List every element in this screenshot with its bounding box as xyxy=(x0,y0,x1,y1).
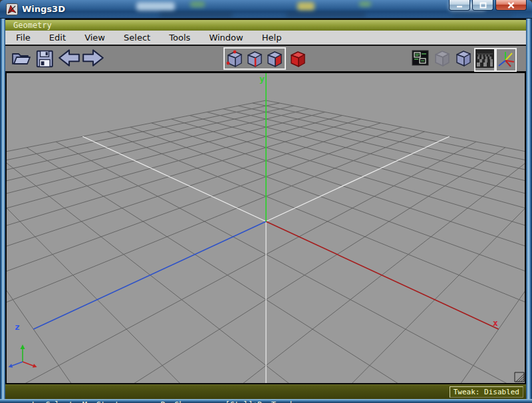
axes-icon xyxy=(497,49,515,68)
edge-select-button cube-edge-icon[interactable] xyxy=(245,49,264,68)
desktop-blur-decoration xyxy=(136,2,175,11)
window-frame-right xyxy=(526,19,532,403)
window-controls xyxy=(449,0,527,11)
show-groundplane-toggle[interactable] xyxy=(474,48,495,72)
back-button left-arrow-icon[interactable] xyxy=(57,49,81,67)
wings3d-window: Wings3D Geometry File Edit View Select T… xyxy=(0,0,532,403)
axis-label-z: z xyxy=(15,322,20,332)
axis-label-y: y xyxy=(259,74,265,84)
desktop-blur-decoration xyxy=(286,13,366,17)
vertex-select-button cube-vertex-icon[interactable] xyxy=(225,49,244,68)
window-title: Wings3D xyxy=(22,0,65,18)
orientation-gizmo xyxy=(9,344,37,368)
show-axes-toggle[interactable] xyxy=(495,48,517,72)
geometry-graph-button dialog-icon[interactable] xyxy=(411,49,430,67)
resize-grip[interactable] xyxy=(515,372,524,382)
save-button floppy-icon[interactable] xyxy=(35,49,55,68)
flat-shading-button wire-cube-icon[interactable] xyxy=(454,49,473,67)
face-select-button cube-face-icon[interactable] xyxy=(265,49,284,68)
menu-item-file[interactable]: File xyxy=(15,31,32,45)
selection-mode-group xyxy=(223,47,286,70)
desktop-blur-decoration xyxy=(160,13,233,17)
tweak-status-badge: Tweak: Disabled xyxy=(450,386,523,398)
menu-item-tools[interactable]: Tools xyxy=(168,31,192,45)
smooth-shading-button smooth-cube-icon[interactable] xyxy=(433,49,452,67)
body-select-button cube-body-icon[interactable] xyxy=(289,49,307,68)
geometry-header: Geometry xyxy=(5,19,526,31)
axis-label-x: x xyxy=(493,318,498,328)
toolbar xyxy=(5,46,526,73)
viewport-grid: xzy xyxy=(7,73,525,383)
desktop-blur-decoration xyxy=(359,1,371,7)
minimize-button[interactable] xyxy=(449,0,470,11)
maximize-button[interactable] xyxy=(472,0,493,11)
desktop-blur-decoration xyxy=(452,13,512,17)
app-icon xyxy=(6,3,18,15)
status-hints: L: Select M: Start camera R: Show menu [… xyxy=(32,400,317,403)
desktop-blur-decoration xyxy=(190,1,205,7)
menu-bar: File Edit View Select Tools Window Help xyxy=(5,31,526,46)
window-titlebar[interactable]: Wings3D xyxy=(0,0,532,19)
menu-item-window[interactable]: Window xyxy=(207,31,244,45)
status-bar: L: Select M: Start camera R: Show menu [… xyxy=(5,383,526,399)
menu-item-select[interactable]: Select xyxy=(122,31,152,45)
desktop-blur-decoration xyxy=(297,2,315,11)
menu-item-help[interactable]: Help xyxy=(261,31,283,45)
3d-viewport[interactable]: xzy xyxy=(5,73,526,383)
window-frame-left xyxy=(0,19,5,403)
forward-button right-arrow-icon[interactable] xyxy=(81,49,105,67)
menu-item-edit[interactable]: Edit xyxy=(48,31,67,45)
menu-item-view[interactable]: View xyxy=(83,31,106,45)
groundplane-icon xyxy=(475,49,494,68)
close-button[interactable] xyxy=(495,0,527,11)
open-button folder-icon[interactable] xyxy=(9,49,32,68)
